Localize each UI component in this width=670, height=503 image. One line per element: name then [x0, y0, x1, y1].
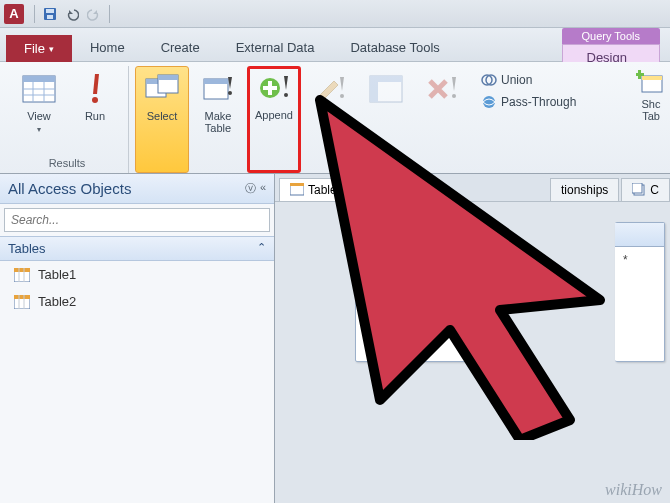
- nav-search[interactable]: [4, 208, 270, 232]
- globe-icon: [481, 94, 497, 110]
- update-icon: [312, 71, 348, 107]
- make-table-label: Make Table: [205, 110, 232, 134]
- collapse-group-icon[interactable]: ⌃: [257, 241, 266, 256]
- delete-query-icon: [424, 71, 460, 107]
- passthrough-label: Pass-Through: [501, 95, 576, 109]
- svg-rect-4: [23, 76, 55, 82]
- all-fields-star[interactable]: *: [623, 253, 656, 267]
- nav-group-label: Tables: [8, 241, 46, 256]
- make-table-button[interactable]: Make Table: [191, 66, 245, 173]
- doc-tab-label: tionships: [561, 183, 608, 197]
- qat-separator: [34, 5, 35, 23]
- view-label: View: [27, 110, 51, 122]
- app-icon: A: [4, 4, 24, 24]
- undo-icon[interactable]: [63, 5, 81, 23]
- ribbon: View Run Results Select: [0, 62, 670, 174]
- file-tab[interactable]: File: [6, 35, 72, 62]
- svg-rect-19: [263, 86, 277, 90]
- table-label: Tab: [642, 110, 660, 122]
- tab-create[interactable]: Create: [143, 34, 218, 61]
- field-id[interactable]: ID: [364, 271, 486, 285]
- view-button[interactable]: View: [12, 66, 66, 155]
- table-box-partial[interactable]: *: [615, 222, 665, 362]
- collapse-icon[interactable]: «: [260, 181, 266, 196]
- svg-rect-38: [14, 295, 30, 299]
- append-icon: [256, 70, 292, 106]
- qat-separator: [109, 5, 110, 23]
- nav-header[interactable]: All Access Objects ⓥ «: [0, 174, 274, 204]
- crosstab-button[interactable]: [359, 66, 413, 173]
- passthrough-button[interactable]: Pass-Through: [477, 92, 580, 112]
- svg-point-16: [228, 91, 232, 95]
- union-label: Union: [501, 73, 532, 87]
- nav-item-table1[interactable]: Table1: [0, 261, 274, 288]
- svg-rect-13: [158, 75, 178, 80]
- show-label: Shc: [642, 98, 661, 110]
- update-button[interactable]: [303, 66, 357, 173]
- field-label: ID: [380, 271, 392, 285]
- svg-rect-1: [46, 9, 54, 13]
- group-label-results: Results: [49, 155, 86, 173]
- redo-icon[interactable]: [85, 5, 103, 23]
- append-button[interactable]: Append: [247, 66, 301, 173]
- nav-title: All Access Objects: [8, 180, 131, 197]
- select-label: Select: [147, 110, 178, 122]
- svg-rect-42: [290, 183, 304, 186]
- work-area: Table tionships C Tabl * ID: [275, 174, 670, 503]
- doc-tab-table[interactable]: Table: [279, 178, 348, 201]
- append-label: Append: [255, 109, 293, 121]
- run-label: Run: [85, 110, 105, 122]
- svg-point-25: [452, 94, 456, 98]
- nav-item-table2[interactable]: Table2: [0, 288, 274, 315]
- svg-point-20: [284, 93, 288, 97]
- run-button[interactable]: Run: [68, 66, 122, 155]
- table-box-title: [615, 223, 664, 247]
- exclamation-icon: [77, 71, 113, 107]
- doc-tab-extra[interactable]: C: [621, 178, 670, 201]
- table-box-title: Tabl: [356, 223, 494, 247]
- query-design-canvas[interactable]: Tabl * ID *: [275, 202, 670, 503]
- select-button[interactable]: Select: [135, 66, 189, 173]
- save-icon[interactable]: [41, 5, 59, 23]
- delete-button[interactable]: [415, 66, 469, 173]
- search-input[interactable]: [4, 208, 270, 232]
- doc-tab-relationships[interactable]: tionships: [550, 178, 619, 201]
- select-query-icon: [144, 71, 180, 107]
- ribbon-group-results: View Run Results: [6, 66, 129, 173]
- key-icon: [364, 272, 376, 284]
- doc-tab-label: Table: [308, 183, 337, 197]
- crosstab-icon: [368, 71, 404, 107]
- datasheet-icon: [21, 71, 57, 107]
- title-bar: A: [0, 0, 670, 28]
- chevron-down-icon[interactable]: ⓥ: [245, 181, 256, 196]
- tab-home[interactable]: Home: [72, 34, 143, 61]
- nav-item-label: Table2: [38, 294, 76, 309]
- table-icon: [14, 268, 30, 282]
- nav-item-label: Table1: [38, 267, 76, 282]
- svg-rect-15: [204, 79, 228, 84]
- union-button[interactable]: Union: [477, 70, 580, 90]
- svg-rect-44: [632, 183, 642, 193]
- chevron-down-icon[interactable]: [37, 125, 41, 134]
- svg-point-28: [483, 96, 495, 108]
- plus-table-icon: [636, 68, 666, 98]
- tab-database-tools[interactable]: Database Tools: [332, 34, 457, 61]
- svg-rect-34: [14, 268, 30, 272]
- navigation-pane: All Access Objects ⓥ « Tables ⌃ Table1 T…: [0, 174, 275, 503]
- svg-rect-46: [370, 275, 375, 277]
- tab-external-data[interactable]: External Data: [218, 34, 333, 61]
- query-icon: [632, 183, 646, 197]
- watermark: wikiHow: [605, 481, 662, 499]
- table-icon: [290, 183, 304, 197]
- svg-rect-2: [47, 15, 53, 19]
- table-box[interactable]: Tabl * ID: [355, 222, 495, 362]
- union-icon: [481, 72, 497, 88]
- make-table-icon: [200, 71, 236, 107]
- doc-tab-label: C: [650, 183, 659, 197]
- svg-point-21: [340, 94, 344, 98]
- context-title: Query Tools: [562, 28, 661, 44]
- all-fields-star[interactable]: *: [364, 253, 486, 267]
- nav-group-tables[interactable]: Tables ⌃: [0, 236, 274, 261]
- show-table-button[interactable]: Shc Tab: [636, 68, 666, 122]
- svg-rect-24: [370, 76, 378, 102]
